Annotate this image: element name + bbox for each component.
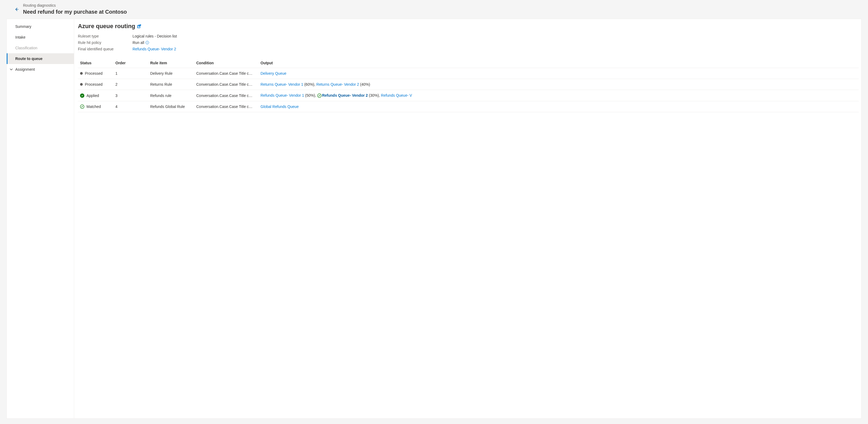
status-dot-icon <box>80 72 83 75</box>
output-link[interactable]: Refunds Queue- Vendor 1 <box>260 93 304 97</box>
meta-row: Ruleset typeLogical rules - Decision lis… <box>78 33 859 39</box>
back-button[interactable] <box>12 5 21 14</box>
cell-rule-item: Delivery Rule <box>148 68 194 79</box>
sidebar-item-label: Route to queue <box>15 57 42 61</box>
cell-status: Applied <box>78 90 113 101</box>
header-text: Routing diagnostics Need refund for my p… <box>23 3 127 16</box>
meta-section: Ruleset typeLogical rules - Decision lis… <box>78 33 859 52</box>
sidebar-item-label: Classification <box>15 46 37 50</box>
chevron-down-icon <box>9 67 13 71</box>
check-circle-outline-icon <box>317 93 321 98</box>
table-row[interactable]: Applied3Refunds ruleConversation.Case.Ca… <box>78 90 859 101</box>
cell-output: Global Refunds Queue <box>258 101 859 112</box>
column-header[interactable]: Status <box>78 58 113 68</box>
status-text: Matched <box>87 104 101 109</box>
cell-rule-item: Returns Rule <box>148 79 194 90</box>
cell-order: 4 <box>113 101 148 112</box>
column-header[interactable]: Output <box>258 58 859 68</box>
cell-order: 3 <box>113 90 148 101</box>
status-text: Processed <box>85 71 102 75</box>
svg-point-3 <box>147 41 147 42</box>
body: SummaryIntakeClassificationRoute to queu… <box>6 19 862 419</box>
meta-value: Logical rules - Decision list <box>132 34 177 38</box>
output-text: (30%), <box>368 93 381 97</box>
cell-status: Processed <box>78 79 113 90</box>
cell-rule-item: Refunds rule <box>148 90 194 101</box>
cell-output: Delivery Queue <box>258 68 859 79</box>
output-link[interactable]: Returns Queue- Vendor 1 <box>260 82 303 87</box>
status-text: Processed <box>85 82 102 87</box>
cell-output: Returns Queue- Vendor 1 (60%), Returns Q… <box>258 79 859 90</box>
meta-label: Ruleset type <box>78 34 132 38</box>
output-link[interactable]: Refunds Queue- V <box>381 93 412 97</box>
column-header[interactable]: Rule item <box>148 58 194 68</box>
cell-rule-item: Refunds Global Rule <box>148 101 194 112</box>
page-header: Routing diagnostics Need refund for my p… <box>0 0 868 19</box>
sidebar-item-classification: Classification <box>7 42 74 53</box>
meta-value: Run all <box>132 40 149 45</box>
open-external-icon[interactable] <box>137 24 142 29</box>
sidebar-item-label: Summary <box>15 24 31 29</box>
breadcrumb: Routing diagnostics <box>23 3 127 8</box>
info-icon[interactable] <box>145 41 149 44</box>
cell-condition: Conversation.Case.Case Title c… <box>194 79 258 90</box>
table-row[interactable]: Matched4Refunds Global RuleConversation.… <box>78 101 859 112</box>
cell-order: 2 <box>113 79 148 90</box>
page-root: Routing diagnostics Need refund for my p… <box>0 0 868 424</box>
output-link[interactable]: Delivery Queue <box>260 71 286 75</box>
sidebar: SummaryIntakeClassificationRoute to queu… <box>7 19 74 418</box>
check-circle-outline-icon <box>80 104 84 109</box>
column-header[interactable]: Order <box>113 58 148 68</box>
cell-status: Matched <box>78 101 113 112</box>
rules-table: StatusOrderRule itemConditionOutput Proc… <box>78 58 859 112</box>
sidebar-item-summary[interactable]: Summary <box>7 21 74 32</box>
table-row[interactable]: Processed2Returns RuleConversation.Case.… <box>78 79 859 90</box>
cell-condition: Conversation.Case.Case Title c… <box>194 68 258 79</box>
content: Azure queue routing Ruleset typeLogical … <box>74 19 861 418</box>
sidebar-item-route-to-queue[interactable]: Route to queue <box>7 53 74 64</box>
sidebar-item-label: Intake <box>15 35 25 39</box>
page-title: Need refund for my purchase at Contoso <box>23 8 127 16</box>
cell-output: Refunds Queue- Vendor 1 (50%), Refunds Q… <box>258 90 859 101</box>
meta-row: Final identified queueRefunds Queue- Ven… <box>78 46 859 52</box>
cell-status: Processed <box>78 68 113 79</box>
check-circle-solid-icon <box>80 93 84 98</box>
meta-label: Rule hit policy <box>78 40 132 45</box>
cell-condition: Conversation.Case.Case Title c… <box>194 101 258 112</box>
output-text: (50%), <box>304 93 317 97</box>
output-link[interactable]: Returns Queue- Vendor 2 <box>316 82 359 87</box>
sidebar-item-label: Assignment <box>15 67 35 71</box>
content-title: Azure queue routing <box>78 23 135 30</box>
cell-condition: Conversation.Case.Case Title c… <box>194 90 258 101</box>
column-header[interactable]: Condition <box>194 58 258 68</box>
arrow-left-icon <box>14 7 19 12</box>
status-text: Applied <box>87 93 99 98</box>
meta-value-link[interactable]: Refunds Queue- Vendor 2 <box>132 47 176 51</box>
output-text: (40%) <box>359 82 370 87</box>
sidebar-item-intake[interactable]: Intake <box>7 32 74 42</box>
output-link[interactable]: Refunds Queue- Vendor 2 <box>322 93 368 97</box>
content-title-row: Azure queue routing <box>78 23 859 30</box>
table-row[interactable]: Processed1Delivery RuleConversation.Case… <box>78 68 859 79</box>
sidebar-item-assignment[interactable]: Assignment <box>7 64 74 75</box>
cell-order: 1 <box>113 68 148 79</box>
output-text: (60%), <box>303 82 316 87</box>
meta-row: Rule hit policyRun all <box>78 39 859 46</box>
status-dot-icon <box>80 83 83 86</box>
meta-label: Final identified queue <box>78 47 132 51</box>
output-link[interactable]: Global Refunds Queue <box>260 104 299 109</box>
